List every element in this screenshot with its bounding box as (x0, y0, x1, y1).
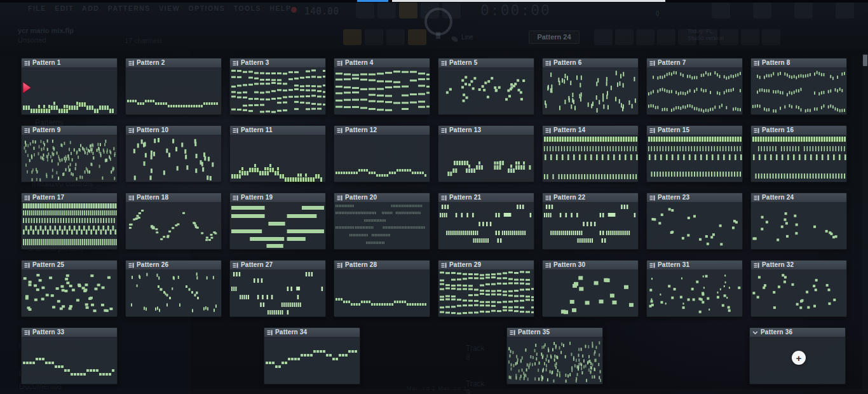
pattern-card-header[interactable]: Pattern 15 (647, 126, 742, 135)
pattern-card-header[interactable]: Pattern 2 (126, 58, 221, 68)
pattern-preview[interactable] (230, 203, 325, 250)
pattern-card[interactable]: Pattern 25 (21, 260, 118, 317)
pattern-card[interactable]: Pattern 9 (21, 125, 118, 182)
pattern-card[interactable]: Pattern 23 (646, 193, 743, 250)
pattern-preview[interactable] (438, 135, 534, 182)
pattern-card[interactable]: Pattern 28 (334, 260, 430, 317)
pattern-preview[interactable] (543, 135, 638, 182)
pattern-preview[interactable] (751, 270, 846, 317)
pattern-preview[interactable] (647, 270, 742, 317)
pattern-preview[interactable] (126, 135, 221, 182)
pattern-preview[interactable] (647, 203, 742, 250)
pattern-preview[interactable] (647, 68, 742, 115)
pattern-card-header[interactable]: Pattern 8 (751, 58, 846, 68)
pattern-card[interactable]: Pattern 26 (125, 260, 222, 317)
pattern-preview[interactable] (230, 270, 325, 317)
pattern-card[interactable]: Pattern 32 (750, 260, 847, 317)
pattern-card-header[interactable]: Pattern 28 (334, 261, 430, 270)
pattern-preview[interactable] (22, 135, 117, 182)
pattern-card[interactable]: Pattern 20 (334, 193, 430, 250)
pattern-card-header[interactable]: Pattern 26 (126, 261, 221, 270)
pattern-card[interactable]: Pattern 5 (438, 58, 534, 115)
pattern-card-header[interactable]: Pattern 11 (230, 126, 325, 135)
pattern-card[interactable]: Pattern 29 (438, 260, 534, 317)
pattern-card-header[interactable]: Pattern 16 (751, 126, 846, 135)
pattern-preview[interactable] (751, 135, 846, 182)
pattern-card[interactable]: Pattern 1 (21, 58, 118, 115)
pattern-card[interactable]: Pattern 34 (264, 327, 360, 384)
scrollbar-track[interactable] (862, 53, 868, 390)
pattern-card[interactable]: Pattern 3 (229, 58, 326, 115)
pattern-card-header[interactable]: Pattern 25 (22, 261, 117, 270)
pattern-preview[interactable] (334, 270, 430, 317)
pattern-card[interactable]: Pattern 30 (542, 260, 639, 317)
pattern-card-header[interactable]: Pattern 20 (334, 193, 430, 203)
pattern-card[interactable]: Pattern 12 (334, 125, 430, 182)
pattern-preview[interactable] (507, 337, 602, 384)
pattern-card-header[interactable]: Pattern 4 (334, 58, 430, 68)
pattern-preview[interactable] (647, 135, 742, 182)
pattern-card-header[interactable]: Pattern 19 (230, 193, 325, 203)
pattern-card-header[interactable]: Pattern 27 (230, 261, 325, 270)
pattern-card[interactable]: Pattern 17 (21, 193, 118, 250)
pattern-card-header[interactable]: Pattern 21 (438, 193, 534, 203)
pattern-card[interactable]: Pattern 8 (750, 58, 847, 115)
pattern-preview[interactable] (751, 203, 846, 250)
pattern-card-header[interactable]: Pattern 9 (22, 126, 117, 135)
pattern-preview[interactable] (334, 203, 430, 250)
pattern-card-header[interactable]: Pattern 32 (751, 261, 846, 270)
pattern-card[interactable]: Pattern 4 (334, 58, 430, 115)
pattern-card-header[interactable]: Pattern 5 (438, 58, 534, 68)
pattern-card-header[interactable]: Pattern 7 (647, 58, 742, 68)
pattern-preview[interactable] (264, 337, 360, 384)
pattern-card[interactable]: Pattern 6 (542, 58, 639, 115)
pattern-preview[interactable] (22, 270, 117, 317)
pattern-card-header[interactable]: Pattern 1 (22, 58, 117, 68)
pattern-card-header[interactable]: Pattern 23 (647, 193, 742, 203)
pattern-card-header[interactable]: Pattern 17 (22, 193, 117, 203)
add-pattern-button[interactable]: + (792, 351, 806, 365)
pattern-card-header[interactable]: Pattern 6 (543, 58, 638, 68)
pattern-preview[interactable] (334, 68, 430, 115)
pattern-preview[interactable] (438, 203, 534, 250)
pattern-card[interactable]: Pattern 35 (506, 327, 603, 384)
pattern-card[interactable]: Pattern 31 (646, 260, 743, 317)
scrollbar-thumb[interactable] (863, 55, 867, 66)
pattern-card-header[interactable]: Pattern 31 (647, 261, 742, 270)
pattern-card-header[interactable]: Pattern 29 (438, 261, 534, 270)
pattern-preview[interactable] (751, 68, 846, 115)
pattern-card[interactable]: Pattern 16 (750, 125, 847, 182)
pattern-preview[interactable] (543, 68, 638, 115)
pattern-preview[interactable] (334, 135, 430, 182)
pattern-card-header[interactable]: Pattern 30 (543, 261, 638, 270)
pattern-preview[interactable] (230, 135, 325, 182)
pattern-card-header[interactable]: Pattern 36 (750, 328, 845, 337)
pattern-preview[interactable] (230, 68, 325, 115)
pattern-card[interactable]: Pattern 11 (229, 125, 326, 182)
pattern-preview[interactable] (22, 203, 117, 250)
pattern-card[interactable]: Pattern 18 (125, 193, 222, 250)
pattern-card[interactable]: Pattern 27 (229, 260, 326, 317)
pattern-card[interactable]: Pattern 7 (646, 58, 743, 115)
pattern-card[interactable]: Pattern 21 (438, 193, 534, 250)
pattern-card-header[interactable]: Pattern 34 (264, 328, 360, 337)
pattern-card[interactable]: Pattern 22 (542, 193, 639, 250)
pattern-preview[interactable] (543, 270, 638, 317)
pattern-card-header[interactable]: Pattern 18 (126, 193, 221, 203)
pattern-preview[interactable] (438, 68, 534, 115)
pattern-card-header[interactable]: Pattern 24 (751, 193, 846, 203)
pattern-card-header[interactable]: Pattern 14 (543, 126, 638, 135)
pattern-card[interactable]: Pattern 14 (542, 125, 639, 182)
pattern-card-header[interactable]: Pattern 3 (230, 58, 325, 68)
pattern-card[interactable]: Pattern 24 (750, 193, 847, 250)
pattern-preview[interactable] (22, 68, 117, 115)
pattern-card[interactable]: Pattern 10 (125, 125, 222, 182)
pattern-card[interactable]: Pattern 19 (229, 193, 326, 250)
pattern-preview[interactable] (126, 68, 221, 115)
pattern-preview[interactable] (126, 203, 221, 250)
pattern-preview[interactable] (543, 203, 638, 250)
pattern-card-header[interactable]: Pattern 22 (543, 193, 638, 203)
pattern-card[interactable]: Pattern 13 (438, 125, 534, 182)
pattern-card-header[interactable]: Pattern 12 (334, 126, 430, 135)
pattern-card-header[interactable]: Pattern 13 (438, 126, 534, 135)
